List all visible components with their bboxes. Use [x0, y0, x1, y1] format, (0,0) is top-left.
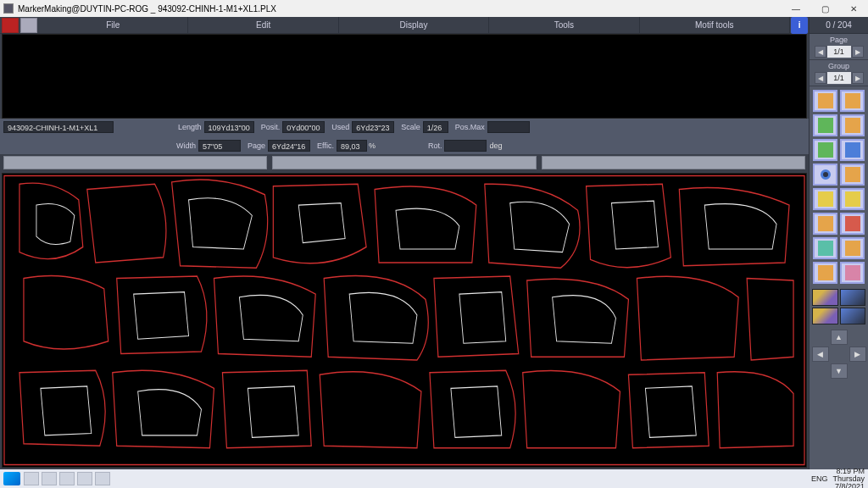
dpad-right[interactable]: ▶ — [849, 347, 866, 362]
menu-motif-tools[interactable]: Motif tools — [640, 17, 790, 33]
length-value[interactable]: 109Yd13"00 — [204, 121, 254, 133]
svg-rect-0 — [4, 175, 804, 464]
pattern-pieces — [3, 174, 806, 467]
group-pager-label: Group — [812, 62, 865, 70]
thumb-1[interactable] — [812, 289, 838, 306]
posit-label: Posit. — [261, 123, 281, 131]
tool-button[interactable] — [20, 18, 37, 33]
tool-btn-16[interactable] — [840, 262, 865, 284]
effic-label: Effic. — [317, 141, 334, 150]
nav-dpad: ▲ ◀▶ ▼ — [810, 326, 868, 382]
menu-file[interactable]: File — [38, 17, 188, 33]
start-button[interactable] — [3, 472, 20, 485]
tool-btn-10[interactable] — [840, 188, 865, 210]
effic-value[interactable]: 89,03 — [337, 140, 367, 152]
app-icon — [3, 3, 14, 14]
menu-tools[interactable]: Tools — [489, 17, 639, 33]
thumbnail-grid — [810, 287, 868, 326]
thumb-2[interactable] — [840, 289, 866, 306]
page-label: Page — [248, 141, 265, 150]
tool-btn-2[interactable] — [840, 90, 865, 112]
maximize-button[interactable]: ▢ — [810, 0, 839, 17]
tool-btn-5[interactable] — [813, 139, 837, 161]
tool-btn-12[interactable] — [840, 213, 865, 235]
tool-btn-6[interactable] — [840, 139, 865, 161]
group-next-button[interactable]: ▶ — [852, 72, 864, 84]
menu-display[interactable]: Display — [339, 17, 489, 33]
spacer-bar — [3, 156, 805, 169]
tool-btn-3[interactable] — [813, 114, 837, 136]
tool-btn-9[interactable] — [813, 188, 837, 210]
rot-unit: deg — [489, 141, 502, 150]
rot-label: Rot. — [428, 141, 442, 150]
menubar: File Edit Display Tools Motif tools i — [0, 17, 809, 34]
posmax-label: Pos.Max — [455, 123, 485, 131]
taskbar-app-2[interactable] — [42, 472, 57, 485]
dpad-left[interactable]: ◀ — [812, 347, 829, 362]
tool-btn-4[interactable] — [840, 114, 865, 136]
tray-clock[interactable]: 8:19 PM Thursday 7/8/2021 — [832, 468, 865, 489]
tool-palette — [810, 86, 868, 287]
window-titlebar: MarkerMaking@DUYTIN-PC-ROG _ 943092-CHIN… — [0, 0, 868, 17]
tray-lang[interactable]: ENG — [811, 474, 828, 483]
menu-edit[interactable]: Edit — [188, 17, 338, 33]
group-prev-button[interactable]: ◀ — [815, 72, 826, 84]
tool-btn-8[interactable] — [840, 164, 865, 186]
taskbar-app-3[interactable] — [59, 472, 75, 485]
scale-value[interactable]: 1/26 — [423, 121, 448, 133]
piece-counter: 0 / 204 — [810, 17, 868, 34]
width-label: Width — [176, 141, 196, 150]
dpad-down[interactable]: ▼ — [831, 363, 848, 379]
thumb-3[interactable] — [812, 308, 838, 324]
page-value[interactable]: 6Yd24"16 — [268, 140, 310, 152]
preview-strip[interactable] — [2, 34, 807, 119]
page-indicator[interactable]: 1/1 — [827, 46, 851, 58]
sidebar: 0 / 204 Page ◀ 1/1 ▶ Group ◀ 1/1 ▶ — [809, 17, 868, 469]
record-button[interactable] — [2, 18, 19, 33]
window-title: MarkerMaking@DUYTIN-PC-ROG _ 943092-CHIN… — [18, 4, 276, 14]
marker-name-field[interactable]: 943092-CHINH-1-M1+XL1 — [3, 121, 114, 133]
width-value[interactable]: 57"05 — [198, 140, 241, 152]
tool-btn-13[interactable] — [813, 237, 837, 259]
thumb-4[interactable] — [840, 308, 866, 324]
scale-label: Scale — [401, 123, 420, 131]
taskbar-app-1[interactable] — [24, 472, 39, 485]
rot-value[interactable] — [444, 140, 487, 152]
page-pager-label: Page — [812, 36, 865, 44]
effic-unit: % — [369, 141, 376, 150]
posit-value[interactable]: 0Yd00"00 — [282, 121, 325, 133]
posmax-value[interactable] — [487, 121, 530, 133]
tool-btn-11[interactable] — [813, 213, 837, 235]
info-button[interactable]: i — [791, 17, 808, 34]
length-label: Length — [178, 123, 202, 131]
marker-canvas[interactable] — [2, 173, 807, 468]
used-label: Used — [331, 123, 349, 131]
tool-btn-14[interactable] — [840, 237, 865, 259]
tool-zoom[interactable] — [813, 164, 837, 186]
tool-btn-15[interactable] — [813, 262, 837, 284]
used-value[interactable]: 6Yd23"23 — [352, 121, 394, 133]
minimize-button[interactable]: — — [782, 0, 810, 17]
info-bar: 943092-CHINH-1-M1+XL1 Length109Yd13"00 P… — [0, 119, 809, 154]
page-next-button[interactable]: ▶ — [852, 46, 864, 58]
tool-btn-1[interactable] — [813, 90, 837, 112]
group-indicator[interactable]: 1/1 — [827, 72, 851, 84]
taskbar[interactable]: ENG 8:19 PM Thursday 7/8/2021 — [0, 469, 868, 488]
taskbar-app-5[interactable] — [95, 472, 110, 485]
taskbar-app-4[interactable] — [77, 472, 92, 485]
dpad-up[interactable]: ▲ — [831, 330, 848, 345]
page-prev-button[interactable]: ◀ — [815, 46, 826, 58]
close-button[interactable]: ✕ — [839, 0, 868, 17]
